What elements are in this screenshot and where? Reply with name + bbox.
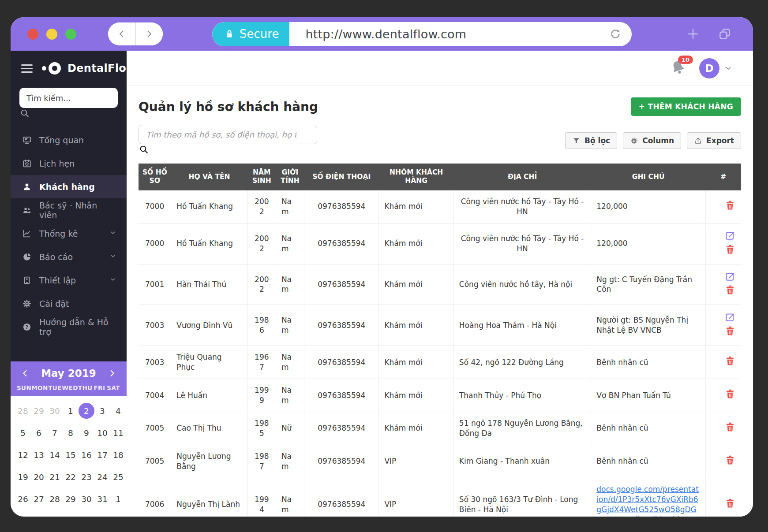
- calendar-day[interactable]: 24: [94, 469, 110, 485]
- delete-button[interactable]: [724, 200, 736, 211]
- calendar-day[interactable]: 17: [94, 447, 110, 463]
- export-button[interactable]: Export: [687, 132, 741, 149]
- topbar: 10 D: [127, 51, 753, 86]
- hamburger-menu-icon[interactable]: [21, 64, 33, 73]
- sidebar-item-khach-hang[interactable]: Khách hàng: [11, 175, 127, 198]
- browser-chrome: Secure http://www.dentalflow.com: [11, 17, 753, 51]
- calendar-day[interactable]: 21: [47, 469, 63, 485]
- calendar-day[interactable]: 12: [15, 447, 31, 463]
- minimize-window-button[interactable]: [46, 29, 57, 40]
- column-header-row-actions: #: [705, 164, 741, 190]
- filter-button[interactable]: Bộ lọc: [565, 132, 617, 149]
- calendar-day[interactable]: 1: [110, 491, 126, 507]
- sidebar: DentalFlow® Tổng quanLịch hẹnKhách hàngB…: [11, 51, 127, 517]
- calendar-day[interactable]: 31: [94, 491, 110, 507]
- calendar-day[interactable]: 30: [79, 491, 94, 507]
- calendar-day[interactable]: 8: [63, 425, 79, 441]
- close-window-button[interactable]: [27, 29, 38, 40]
- calendar-day[interactable]: 15: [63, 447, 79, 463]
- calendar-day[interactable]: 18: [110, 447, 126, 463]
- table-row: 7004Lê Huấn1999Nam0976385594Khám mớiThan…: [139, 379, 741, 412]
- gender-cell: Nữ: [276, 412, 304, 445]
- app-shell: DentalFlow® Tổng quanLịch hẹnKhách hàngB…: [11, 51, 753, 517]
- phone-number-cell: 0976385594: [304, 223, 379, 264]
- calendar-day[interactable]: 22: [63, 469, 79, 485]
- note-cell: 120,000: [591, 190, 706, 223]
- delete-icon: [724, 388, 736, 400]
- delete-button[interactable]: [724, 325, 736, 337]
- calendar-day[interactable]: 30: [47, 403, 63, 419]
- calendar-day-name: FRI: [93, 384, 107, 391]
- edit-button[interactable]: [724, 230, 736, 241]
- calendar-day[interactable]: 25: [110, 469, 126, 485]
- calendar-day[interactable]: 11: [110, 425, 126, 441]
- calendar-day[interactable]: 4: [110, 403, 126, 419]
- delete-icon: [724, 200, 736, 211]
- delete-button[interactable]: [724, 421, 736, 433]
- notifications-button[interactable]: 10: [670, 60, 686, 77]
- table-search-input[interactable]: [139, 125, 317, 144]
- calendar-day[interactable]: 1: [63, 403, 79, 419]
- table-row: 7005Cao Thị Thu1985Nữ0976385594Khám mới5…: [139, 412, 741, 445]
- table-body: 7000Hồ Tuấn Khang2002Nam0976385594Khám m…: [139, 190, 741, 517]
- delete-button[interactable]: [724, 388, 736, 400]
- delete-button[interactable]: [724, 244, 736, 255]
- back-button[interactable]: [108, 22, 135, 45]
- calendar-day[interactable]: 10: [94, 425, 110, 441]
- note-cell: Bênh nhân cũ: [591, 346, 706, 379]
- calendar-day[interactable]: 29: [31, 403, 47, 419]
- sidebar-item-tong-quan[interactable]: Tổng quan: [11, 128, 127, 152]
- sidebar-item-bao-cao[interactable]: Báo cáo: [11, 245, 127, 268]
- calendar-prev-button[interactable]: [19, 368, 31, 379]
- row-actions-cell: [705, 445, 741, 478]
- forward-button[interactable]: [136, 22, 163, 45]
- sidebar-item-thong-ke[interactable]: Thống kê: [11, 222, 127, 245]
- calendar-day[interactable]: 14: [47, 447, 63, 463]
- sidebar-nav: Tổng quanLịch hẹnKhách hàngBác sỹ - Nhân…: [11, 128, 127, 339]
- avatar[interactable]: D: [699, 58, 719, 78]
- calendar-day[interactable]: 7: [47, 425, 63, 441]
- calendar-day[interactable]: 20: [31, 469, 47, 485]
- sidebar-item-lich-hen[interactable]: Lịch hẹn: [11, 152, 127, 175]
- calendar-day-selected[interactable]: 2: [79, 403, 94, 419]
- address-bar[interactable]: Secure http://www.dentalflow.com: [212, 22, 632, 46]
- calendar-day[interactable]: 28: [15, 403, 31, 419]
- calendar-day[interactable]: 13: [31, 447, 47, 463]
- url-text[interactable]: http://www.dentalflow.com: [289, 27, 606, 41]
- calendar-day[interactable]: 26: [15, 491, 31, 507]
- calendar-day[interactable]: 27: [31, 491, 47, 507]
- delete-button[interactable]: [724, 284, 736, 296]
- calendar-day[interactable]: 5: [15, 425, 31, 441]
- calendar-day[interactable]: 3: [94, 403, 110, 419]
- sidebar-item-huong-dan-ho-tro[interactable]: ?Hướng dẫn & Hỗ trợ: [11, 315, 127, 339]
- calendar-day[interactable]: 28: [47, 491, 63, 507]
- calendar-next-button[interactable]: [106, 368, 118, 379]
- calendar-day[interactable]: 16: [79, 447, 94, 463]
- dentalflow-logo-icon: [42, 62, 61, 74]
- calendar-day[interactable]: 6: [31, 425, 47, 441]
- new-tab-button[interactable]: [686, 27, 700, 41]
- sidebar-search-input[interactable]: [19, 88, 118, 108]
- calendar-month-label: May 2019: [41, 368, 96, 379]
- tab-overview-button[interactable]: [718, 27, 731, 41]
- sidebar-item-cai-at[interactable]: Cài đặt: [11, 292, 127, 315]
- calendar-day[interactable]: 23: [79, 469, 94, 485]
- calendar-day[interactable]: 9: [79, 425, 94, 441]
- sidebar-item-thiet-lap[interactable]: Thiết lập: [11, 268, 127, 292]
- setup-icon: [22, 275, 32, 285]
- maximize-window-button[interactable]: [65, 29, 76, 40]
- calendar-day[interactable]: 29: [63, 491, 79, 507]
- sidebar-item-bac-sy-nhan-vien[interactable]: Bác sỹ - Nhân viên: [11, 198, 127, 222]
- delete-button[interactable]: [724, 454, 736, 466]
- delete-button[interactable]: [724, 498, 736, 509]
- delete-button[interactable]: [724, 355, 736, 367]
- calendar-day[interactable]: 19: [15, 469, 31, 485]
- edit-button[interactable]: [724, 311, 736, 323]
- add-customer-button[interactable]: + THÊM KHÁCH HÀNG: [631, 97, 741, 116]
- user-menu[interactable]: D: [699, 58, 733, 78]
- refresh-button[interactable]: [606, 27, 625, 41]
- edit-button[interactable]: [724, 271, 736, 282]
- column-button[interactable]: Column: [623, 132, 681, 149]
- note-link[interactable]: docs.google.com/presentation/d/1P3r5xXtc…: [596, 485, 699, 517]
- phone-number-cell: 0976385594: [304, 305, 379, 346]
